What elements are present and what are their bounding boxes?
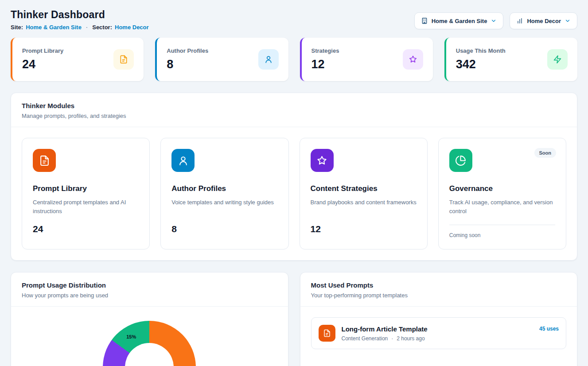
sector-selector-dropdown[interactable]: Home Decor [510, 12, 577, 29]
stat-card-usage: Usage This Month 342 [444, 38, 577, 81]
bottom-row: Prompt Usage Distribution How your promp… [11, 272, 577, 366]
stat-card-author-profiles: Author Profiles 8 [155, 38, 288, 81]
modules-title: Thinker Modules [22, 102, 566, 109]
most-used-prompts-panel: Most Used Prompts Your top-performing pr… [300, 272, 578, 366]
stat-value: 24 [22, 58, 63, 71]
coming-soon-text: Coming soon [449, 225, 555, 238]
stat-value: 8 [167, 58, 208, 71]
donut-chart-area: 15% [11, 307, 288, 366]
module-card-prompt-library[interactable]: Prompt Library Centralized prompt templa… [22, 138, 150, 249]
chevron-down-icon [491, 18, 497, 24]
site-link[interactable]: Home & Garden Site [26, 24, 82, 31]
header-selectors: Home & Garden Site Home Decor [414, 12, 577, 29]
chevron-down-icon [565, 18, 571, 24]
prompt-category: Content Generation [342, 335, 388, 342]
stat-card-prompt-library: Prompt Library 24 [11, 38, 144, 81]
star-icon [403, 49, 423, 70]
bar-chart-icon [516, 17, 523, 24]
sector-link[interactable]: Home Decor [115, 24, 149, 31]
usage-title: Prompt Usage Distribution [22, 281, 277, 289]
breadcrumb-separator: · [86, 24, 88, 31]
usage-donut-chart: 15% [103, 321, 196, 366]
donut-segment-label: 15% [126, 334, 136, 339]
stat-label: Strategies [312, 47, 339, 54]
prompt-list: Long-form Article Template Content Gener… [300, 307, 577, 360]
stat-label: Prompt Library [22, 47, 63, 54]
module-description: Brand playbooks and content frameworks [311, 198, 417, 216]
soon-badge: Soon [534, 148, 557, 158]
prompt-uses-badge: 45 uses [539, 325, 559, 332]
user-icon [258, 49, 279, 70]
breadcrumb: Site: Home & Garden Site · Sector: Home … [11, 24, 149, 31]
prompt-item-meta: Content Generation · 2 hours ago [342, 335, 428, 342]
usage-subtitle: How your prompts are being used [22, 292, 277, 299]
module-card-governance[interactable]: Soon Governance Track AI usage, complian… [438, 138, 566, 249]
module-title: Author Profiles [171, 184, 277, 193]
user-icon [171, 149, 195, 172]
module-count: 8 [171, 224, 277, 234]
lightning-icon [547, 49, 568, 70]
stat-value: 12 [312, 58, 339, 71]
prompt-usage-panel: Prompt Usage Distribution How your promp… [11, 272, 288, 366]
pie-chart-icon [449, 149, 472, 172]
stat-card-strategies: Strategies 12 [300, 38, 433, 81]
sector-selector-label: Home Decor [527, 18, 561, 24]
stat-value: 342 [456, 58, 506, 71]
modules-grid: Prompt Library Centralized prompt templa… [11, 127, 577, 260]
document-icon [113, 49, 134, 70]
prompts-title: Most Used Prompts [311, 281, 567, 289]
star-icon [311, 149, 334, 172]
module-card-author-profiles[interactable]: Author Profiles Voice templates and writ… [160, 138, 288, 249]
document-icon [33, 149, 56, 172]
site-selector-dropdown[interactable]: Home & Garden Site [414, 12, 504, 29]
module-description: Track AI usage, compliance, and version … [449, 198, 555, 216]
prompt-time: 2 hours ago [397, 335, 424, 342]
module-title: Prompt Library [33, 184, 139, 193]
module-title: Content Strategies [311, 184, 417, 193]
dashboard-page: Thinker Dashboard Site: Home & Garden Si… [0, 0, 588, 366]
module-description: Centralized prompt templates and AI inst… [33, 198, 139, 216]
prompt-item-title: Long-form Article Template [342, 325, 428, 333]
stat-label: Author Profiles [167, 47, 208, 54]
prompts-subtitle: Your top-performing prompt templates [311, 292, 567, 299]
site-selector-label: Home & Garden Site [432, 18, 487, 24]
building-icon [421, 17, 428, 24]
page-title: Thinker Dashboard [11, 9, 149, 21]
modules-subtitle: Manage prompts, profiles, and strategies [22, 113, 566, 119]
meta-separator: · [391, 335, 393, 342]
module-count: 12 [311, 224, 417, 234]
thinker-modules-panel: Thinker Modules Manage prompts, profiles… [11, 93, 577, 261]
module-count: 24 [33, 224, 139, 234]
module-card-content-strategies[interactable]: Content Strategies Brand playbooks and c… [300, 138, 428, 249]
stat-label: Usage This Month [456, 47, 506, 54]
module-title: Governance [449, 184, 555, 193]
stats-row: Prompt Library 24 Author Profiles 8 Stra… [11, 38, 577, 81]
usage-panel-header: Prompt Usage Distribution How your promp… [11, 273, 288, 307]
document-icon [319, 325, 335, 342]
prompt-list-item[interactable]: Long-form Article Template Content Gener… [311, 317, 567, 349]
header-left: Thinker Dashboard Site: Home & Garden Si… [11, 9, 149, 31]
prompts-panel-header: Most Used Prompts Your top-performing pr… [300, 273, 577, 307]
sector-label: Sector: [92, 24, 112, 31]
modules-panel-header: Thinker Modules Manage prompts, profiles… [11, 93, 577, 127]
site-label: Site: [11, 24, 23, 31]
module-description: Voice templates and writing style guides [171, 198, 277, 216]
page-header: Thinker Dashboard Site: Home & Garden Si… [11, 9, 577, 31]
